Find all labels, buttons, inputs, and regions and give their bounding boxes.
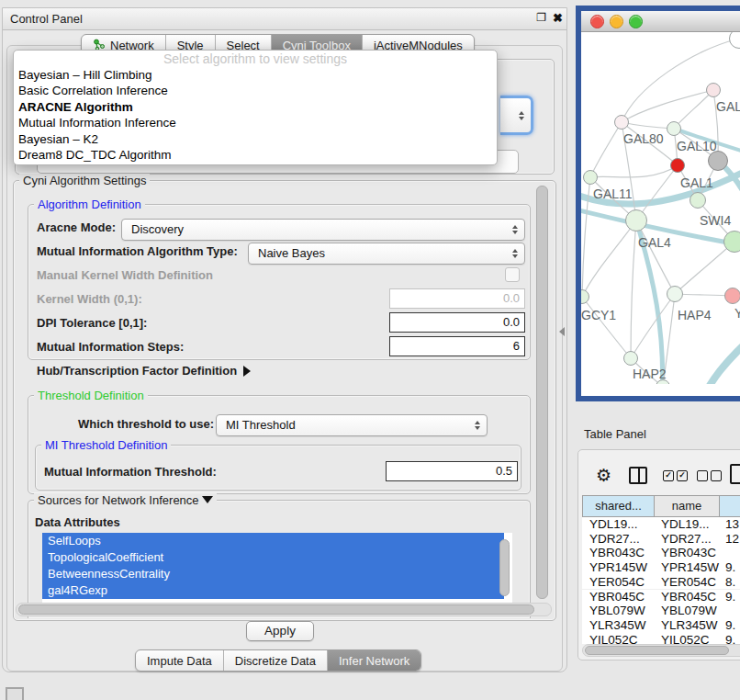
algorithm-option[interactable]: Basic Correlation Inference	[14, 83, 497, 98]
settings-vertical-scrollbar[interactable]	[536, 186, 548, 599]
network-node-gal[interactable]	[706, 83, 721, 97]
cyni-algorithm-settings-title: Cyni Algorithm Settings	[19, 174, 150, 187]
table-row[interactable]: YBL079WYBL079W	[582, 604, 740, 618]
algorithm-option-selected[interactable]: ARACNE Algorithm	[14, 99, 497, 115]
unchecked-box-icon[interactable]	[711, 470, 722, 481]
threshold-definition-title: Threshold Definition	[34, 389, 148, 402]
column-header-name[interactable]: name	[654, 495, 720, 517]
mi-threshold-label: Mutual Information Threshold:	[44, 465, 217, 479]
node-label: GAL80	[623, 131, 664, 146]
table-row[interactable]: YBR043CYBR043C	[582, 546, 740, 560]
list-item[interactable]: TopologicalCoefficient	[42, 549, 504, 566]
tab-discretize-data-label: Discretize Data	[235, 654, 316, 668]
unchecked-box-icon[interactable]	[697, 470, 708, 481]
mac-zoom-icon[interactable]	[629, 15, 643, 28]
mi-threshold-field[interactable]: 0.5	[386, 461, 518, 481]
table-row[interactable]: YBR045CYBR045C9.	[582, 590, 740, 604]
settings-horizontal-scrollbar-track[interactable]	[16, 603, 552, 616]
float-icon[interactable]: ❐	[536, 11, 546, 24]
tab-discretize-data[interactable]: Discretize Data	[224, 650, 328, 671]
checked-box-icon[interactable]: ✓	[663, 470, 674, 481]
tab-infer-network-label: Infer Network	[339, 654, 409, 668]
gear-icon[interactable]: ⚙	[596, 465, 611, 486]
list-scrollbar[interactable]	[499, 539, 510, 596]
network-node-gal80[interactable]	[614, 115, 629, 130]
table-row[interactable]: YDR27...YDR27...12	[582, 532, 740, 547]
node-label: GAL	[716, 99, 740, 114]
manual-kernel-checkbox[interactable]	[505, 267, 520, 282]
algorithm-definition-title: Algorithm Definition	[34, 198, 145, 211]
table-horizontal-scrollbar[interactable]	[585, 646, 729, 655]
algorithm-option[interactable]: Dream8 DC_TDC Algorithm	[14, 147, 497, 163]
network-node[interactable]	[690, 192, 706, 209]
table-row[interactable]: YIL052CYIL052C9.	[582, 633, 740, 644]
dpi-tolerance-field[interactable]: 0.0	[389, 312, 525, 333]
tab-infer-network[interactable]: Infer Network	[328, 650, 420, 671]
table-row[interactable]: YLR345WYLR345W9.	[582, 618, 740, 633]
mac-minimize-icon[interactable]	[610, 15, 623, 28]
table-panel-title: Table Panel	[584, 427, 646, 441]
mac-close-icon[interactable]	[590, 15, 604, 28]
data-attributes-list[interactable]: SelfLoops TopologicalCoefficient Between…	[42, 533, 512, 603]
network-node-gal4[interactable]	[625, 209, 647, 231]
mi-type-combo[interactable]: Naive Bayes	[248, 243, 525, 265]
expanded-arrow-icon	[202, 496, 213, 503]
splitter-collapse-icon[interactable]	[559, 327, 565, 336]
combo-spinner-icon	[512, 249, 518, 258]
network-node-hap2[interactable]	[623, 351, 638, 366]
algorithm-combo-fragment[interactable]	[500, 96, 533, 135]
list-item[interactable]: gal4RGexp	[42, 582, 504, 599]
close-icon[interactable]: ✖	[553, 11, 563, 25]
network-node-hap4[interactable]	[667, 286, 683, 302]
column-header-third[interactable]: A	[719, 495, 740, 517]
page-icon[interactable]	[730, 464, 740, 484]
mi-steps-field[interactable]: 6	[389, 336, 525, 356]
kernel-width-field[interactable]: 0.0	[389, 288, 525, 309]
kernel-width-label: Kernel Width (0,1):	[37, 292, 142, 306]
network-window-titlebar[interactable]	[581, 11, 740, 32]
tab-impute-data[interactable]: Impute Data	[136, 650, 224, 671]
network-node[interactable]	[708, 151, 728, 171]
mi-type-label: Mutual Information Algorithm Type:	[37, 244, 238, 258]
aracne-mode-combo[interactable]: Discovery	[121, 219, 525, 241]
node-label: SWI4	[700, 213, 731, 228]
which-threshold-combo[interactable]: MI Threshold	[216, 414, 488, 436]
algorithm-option[interactable]: Mutual Information Inference	[14, 115, 497, 130]
network-node-gal1[interactable]	[670, 158, 685, 173]
node-label: GAL10	[677, 139, 717, 153]
network-canvas[interactable]: GAL GAL80 GAL10 GAL1 GAL11 SWI4 GAL4 GCY…	[581, 32, 740, 384]
table-row[interactable]: YER054CYER054C8.	[582, 575, 740, 590]
network-node-swi4[interactable]	[723, 231, 740, 253]
mi-steps-label: Mutual Information Steps:	[37, 340, 184, 354]
list-item[interactable]: SelfLoops	[42, 533, 504, 549]
table-row[interactable]: YDL19...YDL19...13	[582, 517, 740, 532]
list-item[interactable]: BetweennessCentrality	[42, 566, 504, 582]
combo-spinner-icon	[475, 421, 480, 430]
which-threshold-value: MI Threshold	[226, 418, 296, 432]
split-columns-icon[interactable]	[629, 467, 647, 484]
network-node-y[interactable]	[724, 288, 740, 304]
settings-horizontal-scrollbar[interactable]	[18, 604, 534, 615]
manual-kernel-label: Manual Kernel Width Definition	[37, 268, 213, 282]
screen: Control Panel ❐ ✖ Network Style Select C…	[0, 0, 740, 700]
data-attributes-label: Data Attributes	[35, 515, 120, 529]
algorithm-option[interactable]: Bayesian – K2	[14, 131, 497, 147]
hub-definition-toggle[interactable]: Hub/Transcription Factor Definition	[37, 364, 251, 378]
collapsed-arrow-icon	[243, 366, 251, 377]
column-header-shared-name[interactable]: shared...	[582, 495, 655, 517]
dock-panel-button[interactable]	[6, 687, 24, 700]
apply-button[interactable]: Apply	[246, 621, 314, 641]
sources-title[interactable]: Sources for Network Inference	[34, 493, 217, 507]
control-panel-title: Control Panel	[3, 12, 83, 26]
table-horizontal-scrollbar-track[interactable]	[582, 644, 740, 657]
control-panel-titlebar[interactable]: Control Panel ❐ ✖	[3, 8, 566, 30]
table-panel: ⚙ ✓ ✓ shared... name A YDL19...YDL19...1…	[577, 449, 740, 660]
node-label: GCY1	[581, 308, 616, 322]
table-row[interactable]: YPR145WYPR145W9.	[582, 560, 740, 575]
algorithm-option[interactable]: Bayesian – Hill Climbing	[14, 67, 497, 83]
node-label: GAL4	[638, 235, 671, 250]
checked-box-icon[interactable]: ✓	[677, 470, 688, 481]
network-node-gal11[interactable]	[583, 170, 598, 185]
network-node-gal10[interactable]	[667, 121, 681, 136]
hub-definition-label: Hub/Transcription Factor Definition	[37, 364, 237, 378]
